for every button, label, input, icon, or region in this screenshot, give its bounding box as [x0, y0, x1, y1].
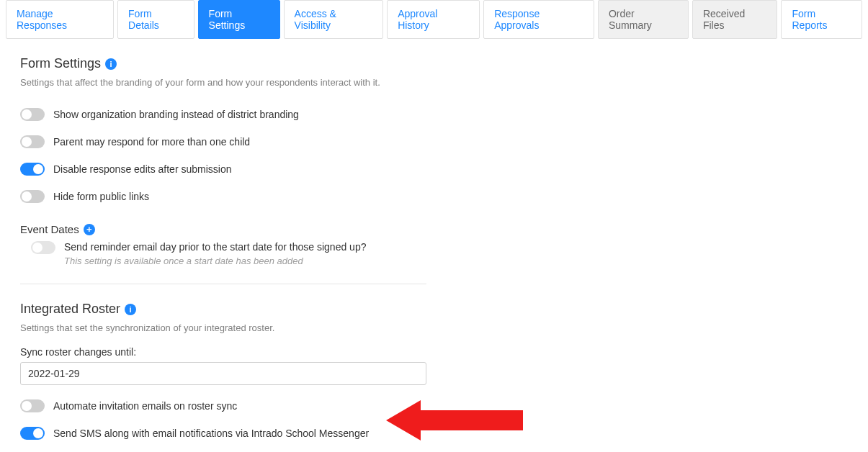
form-settings-title-text: Form Settings: [20, 56, 101, 71]
add-date-icon[interactable]: +: [84, 224, 95, 235]
toggle-hide-links-label: Hide form public links: [53, 191, 149, 202]
info-icon[interactable]: i: [125, 304, 136, 315]
sync-until-label: Sync roster changes until:: [20, 346, 426, 358]
tabs-bar: Manage Responses Form Details Form Setti…: [0, 0, 868, 39]
tab-approval-history[interactable]: Approval History: [387, 0, 480, 39]
toggle-row-branding: Show organization branding instead of di…: [20, 101, 426, 128]
integrated-roster-subtitle: Settings that set the synchronization of…: [20, 322, 426, 333]
tab-order-summary[interactable]: Order Summary: [598, 0, 689, 39]
toggle-send-sms-label: Send SMS along with email notifications …: [53, 428, 369, 439]
toggle-row-disable-edits: Disable response edits after submission: [20, 155, 426, 183]
integrated-roster-title-text: Integrated Roster: [20, 302, 120, 317]
sync-until-input[interactable]: [20, 362, 426, 385]
divider: [20, 284, 426, 284]
toggle-reminder-sub: This setting is available once a start d…: [64, 256, 366, 266]
tab-access-visibility[interactable]: Access & Visibility: [284, 0, 384, 39]
toggle-hide-links[interactable]: [20, 190, 45, 203]
toggle-auto-invite[interactable]: [20, 399, 45, 412]
toggle-disable-edits[interactable]: [20, 163, 45, 176]
toggle-auto-invite-label: Automate invitation emails on roster syn…: [53, 400, 237, 412]
toggle-branding[interactable]: [20, 108, 45, 121]
tab-manage-responses[interactable]: Manage Responses: [6, 0, 114, 39]
form-settings-subtitle: Settings that affect the branding of you…: [20, 77, 426, 88]
toggle-multi-child[interactable]: [20, 135, 45, 148]
toggle-reminder-label: Send reminder email day prior to the sta…: [64, 241, 366, 253]
event-dates-header: Event Dates +: [20, 223, 426, 235]
event-dates-title: Event Dates: [20, 223, 79, 235]
toggle-row-multi-child: Parent may respond for more than one chi…: [20, 128, 426, 155]
form-settings-title: Form Settings i: [20, 56, 426, 71]
tab-form-settings[interactable]: Form Settings: [198, 0, 280, 39]
toggle-disable-edits-label: Disable response edits after submission: [53, 163, 231, 175]
tab-form-details[interactable]: Form Details: [117, 0, 194, 39]
toggle-row-reminder: Send reminder email day prior to the sta…: [31, 237, 426, 274]
toggle-row-send-sms: Send SMS along with email notifications …: [20, 420, 426, 447]
tab-received-files[interactable]: Received Files: [692, 0, 778, 39]
toggle-branding-label: Show organization branding instead of di…: [53, 109, 299, 120]
info-icon[interactable]: i: [105, 58, 117, 70]
toggle-multi-child-label: Parent may respond for more than one chi…: [53, 136, 250, 148]
integrated-roster-title: Integrated Roster i: [20, 302, 426, 317]
toggle-row-hide-links: Hide form public links: [20, 183, 426, 210]
toggle-row-auto-invite: Automate invitation emails on roster syn…: [20, 392, 426, 420]
toggle-reminder: [31, 241, 55, 254]
tab-form-reports[interactable]: Form Reports: [781, 0, 862, 39]
toggle-send-sms[interactable]: [20, 427, 45, 440]
tab-response-approvals[interactable]: Response Approvals: [483, 0, 594, 39]
